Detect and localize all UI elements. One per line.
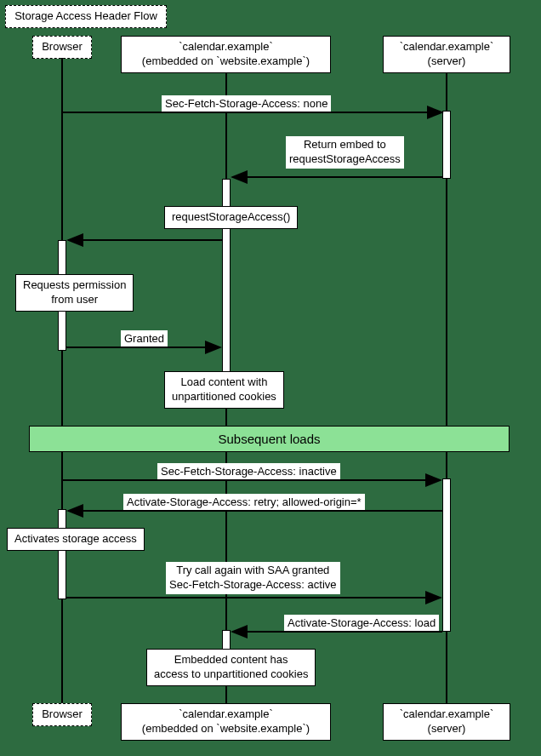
msg-return-embed-l1: Return embed to — [289, 138, 401, 152]
participant-server-line2: (server) — [390, 54, 503, 69]
participant-server-top: `calendar.example` (server) — [383, 36, 510, 73]
msg-granted: Granted — [121, 330, 168, 348]
activation-browser-2 — [58, 509, 66, 599]
participant-server-line1: `calendar.example` — [390, 40, 503, 54]
msg-try-l1: Try call again with SAA granted — [169, 564, 337, 578]
note-perm-l2: from user — [23, 293, 126, 307]
lifeline-browser — [61, 58, 63, 703]
note-embedded-access: Embedded content has access to unpartiti… — [146, 649, 316, 686]
participant-server-b-line2: (server) — [390, 722, 503, 736]
activation-server-2 — [442, 478, 451, 632]
participant-server-b-line1: `calendar.example` — [390, 707, 503, 722]
note-load-l2: unpartitioned cookies — [172, 390, 276, 404]
msg-sec-fetch-none: Sec-Fetch-Storage-Access: none — [162, 95, 331, 113]
note-activates-storage: Activates storage access — [7, 528, 145, 551]
diagram-title: Storage Access Header Flow — [5, 5, 167, 28]
msg-request-storage: requestStorageAccess() — [164, 206, 298, 229]
participant-embed-b-line2: (embedded on `website.example`) — [128, 722, 323, 736]
msg-sec-fetch-inactive: Sec-Fetch-Storage-Access: inactive — [157, 463, 340, 481]
note-embed-l2: access to unpartitioned cookies — [154, 667, 308, 682]
msg-try-again: Try call again with SAA granted Sec-Fetc… — [166, 562, 340, 594]
participant-browser-bottom: Browser — [32, 703, 92, 726]
note-perm-l1: Requests permission — [23, 278, 126, 293]
activation-server-1 — [442, 111, 451, 179]
note-load-l1: Load content with — [172, 375, 276, 390]
msg-activate-load: Activate-Storage-Access: load — [284, 615, 439, 633]
msg-return-embed-l2: requestStorageAccess — [289, 152, 401, 167]
msg-try-l2: Sec-Fetch-Storage-Access: active — [169, 578, 337, 593]
divider-subsequent: Subsequent loads — [29, 426, 510, 452]
participant-embed-line1: `calendar.example` — [128, 40, 323, 54]
participant-browser-top: Browser — [32, 36, 92, 59]
note-embed-l1: Embedded content has — [154, 653, 308, 667]
participant-embed-line2: (embedded on `website.example`) — [128, 54, 323, 69]
note-requests-permission: Requests permission from user — [15, 274, 134, 312]
participant-embed-bottom: `calendar.example` (embedded on `website… — [121, 703, 331, 741]
participant-embed-top: `calendar.example` (embedded on `website… — [121, 36, 331, 73]
participant-embed-b-line1: `calendar.example` — [128, 707, 323, 722]
msg-return-embed: Return embed to requestStorageAccess — [286, 136, 404, 169]
note-load-content: Load content with unpartitioned cookies — [164, 371, 284, 409]
participant-server-bottom: `calendar.example` (server) — [383, 703, 510, 741]
msg-activate-retry: Activate-Storage-Access: retry; allowed-… — [123, 494, 365, 512]
